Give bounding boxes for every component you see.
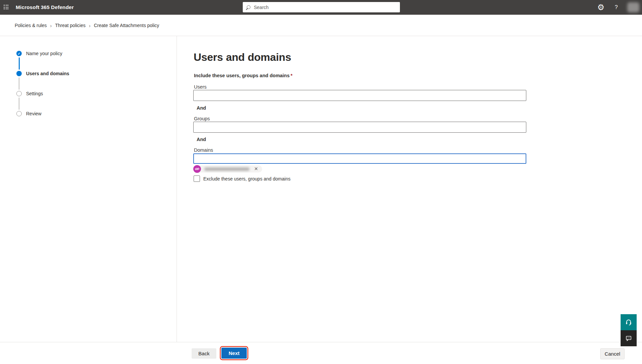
feedback-icon — [625, 335, 632, 342]
breadcrumb-policies-rules[interactable]: Policies & rules — [15, 23, 47, 28]
app-launcher-icon[interactable] — [4, 5, 9, 10]
users-input[interactable] — [193, 90, 526, 101]
chip-remove-icon[interactable]: ✕ — [254, 165, 258, 172]
step-connector — [19, 57, 20, 70]
next-button[interactable]: Next — [221, 348, 247, 359]
support-button[interactable] — [621, 314, 637, 330]
domain-link-icon — [193, 165, 201, 173]
users-field-label: Users — [194, 84, 207, 90]
wizard-step-settings[interactable]: Settings — [16, 91, 43, 96]
wizard-step-label: Users and domains — [26, 71, 69, 76]
exclude-checkbox-row: Exclude these users, groups and domains — [194, 175, 291, 182]
exclude-checkbox[interactable] — [194, 175, 200, 182]
breadcrumb: Policies & rules › Threat policies › Cre… — [15, 15, 159, 36]
avatar[interactable] — [627, 2, 639, 12]
domains-input-focused[interactable] — [193, 153, 526, 164]
headset-icon — [625, 319, 632, 326]
step-current-dot — [16, 71, 22, 76]
wizard-step-review[interactable]: Review — [16, 111, 41, 116]
step-connector — [19, 78, 19, 90]
and-label: And — [197, 105, 206, 111]
groups-input[interactable] — [193, 122, 526, 133]
wizard-step-name-your-policy[interactable]: ✓ Name your policy — [16, 51, 62, 56]
wizard-step-label: Settings — [26, 91, 43, 96]
include-section-heading: Include these users, groups and domains* — [194, 73, 293, 78]
settings-gear-icon[interactable]: ⚙ — [596, 0, 606, 15]
step-upcoming-dot — [16, 91, 22, 96]
breadcrumb-separator-icon: › — [50, 23, 52, 28]
breadcrumb-bar: Policies & rules › Threat policies › Cre… — [0, 15, 642, 36]
wizard-step-users-and-domains[interactable]: Users and domains — [16, 71, 69, 76]
wizard-steps-panel: ✓ Name your policy Users and domains Set… — [0, 36, 177, 342]
domain-chip[interactable]: ✕ — [194, 165, 262, 172]
breadcrumb-current-page: Create Safe Attachments policy — [94, 23, 159, 28]
wizard-step-label: Name your policy — [26, 51, 62, 56]
search-placeholder: Search — [254, 5, 269, 10]
search-icon — [247, 5, 250, 9]
step-completed-check-icon: ✓ — [16, 51, 22, 56]
page-title: Users and domains — [194, 51, 291, 64]
help-icon[interactable]: ? — [611, 0, 621, 15]
redacted-domain-text — [204, 167, 249, 171]
back-button[interactable]: Back — [192, 348, 216, 359]
step-connector — [19, 98, 19, 110]
footer-divider — [0, 342, 642, 342]
cancel-button[interactable]: Cancel — [600, 348, 625, 359]
required-marker: * — [291, 73, 293, 78]
exclude-checkbox-label: Exclude these users, groups and domains — [203, 176, 291, 181]
step-upcoming-dot — [16, 111, 22, 116]
and-label: And — [197, 137, 206, 142]
feedback-button[interactable] — [621, 330, 637, 346]
app-title: Microsoft 365 Defender — [16, 0, 74, 15]
breadcrumb-separator-icon: › — [89, 23, 91, 28]
global-search-input[interactable]: Search — [243, 2, 400, 12]
groups-field-label: Groups — [194, 116, 210, 121]
top-app-bar: Microsoft 365 Defender Search ⚙ ? — [0, 0, 642, 15]
domains-field-label: Domains — [194, 147, 213, 153]
breadcrumb-threat-policies[interactable]: Threat policies — [55, 23, 86, 28]
wizard-step-label: Review — [26, 111, 41, 116]
